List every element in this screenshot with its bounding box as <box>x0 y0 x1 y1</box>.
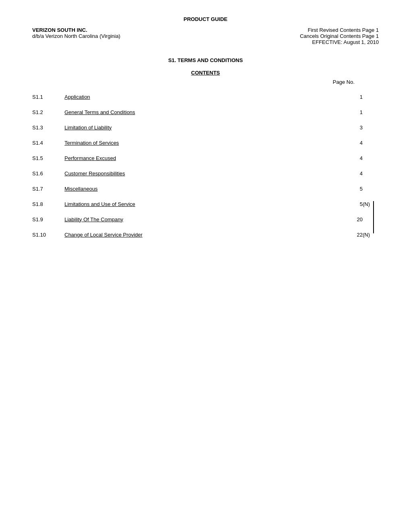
toc-page-num: 4 <box>330 135 363 150</box>
toc-note <box>363 104 379 120</box>
toc-note <box>363 181 379 196</box>
toc-row: S1.5Performance Excused4 <box>32 150 379 166</box>
toc-row: S1.3Limitation of Liability3 <box>32 120 379 135</box>
header-right-line1: First Revised Contents Page 1 <box>300 27 379 33</box>
section-title: S1. TERMS AND CONDITIONS <box>32 57 379 63</box>
header-right: First Revised Contents Page 1 Cancels Or… <box>300 27 379 45</box>
toc-section-num: S1.7 <box>32 181 64 196</box>
toc-row: S1.10Change of Local Service Provider22(… <box>32 227 379 242</box>
toc-page-num: 1 <box>330 89 363 104</box>
toc-note <box>363 89 379 104</box>
toc-row: S1.1Application1 <box>32 89 379 104</box>
toc-section-num: S1.6 <box>32 166 64 181</box>
toc-page-num: 4 <box>330 166 363 181</box>
toc-row: S1.7Miscellaneous5 <box>32 181 379 196</box>
toc-row: S1.2General Terms and Conditions1 <box>32 104 379 120</box>
toc-note <box>363 166 379 181</box>
toc-note <box>363 212 379 227</box>
toc-section-label[interactable]: Miscellaneous <box>64 181 330 196</box>
toc-note <box>363 120 379 135</box>
toc-page-num: 4 <box>330 150 363 166</box>
toc-section-label[interactable]: Termination of Services <box>64 135 330 150</box>
toc-note: (N) <box>363 196 379 212</box>
toc-section-label[interactable]: General Terms and Conditions <box>64 104 330 120</box>
toc-note: (N) <box>363 227 379 242</box>
toc-section-label[interactable]: Change of Local Service Provider <box>64 227 330 242</box>
toc-section-num: S1.1 <box>32 89 64 104</box>
toc-section-num: S1.2 <box>32 104 64 120</box>
company-name: VERIZON SOUTH INC. <box>32 27 120 33</box>
toc-row: S1.8Limitations and Use of Service5(N) <box>32 196 379 212</box>
toc-section-num: S1.5 <box>32 150 64 166</box>
toc-section-num: S1.4 <box>32 135 64 150</box>
toc-row: S1.4Termination of Services4 <box>32 135 379 150</box>
toc-page-num: 1 <box>330 104 363 120</box>
toc-row: S1.9Liability Of The Company20 <box>32 212 379 227</box>
toc-section-label[interactable]: Liability Of The Company <box>64 212 330 227</box>
page: PRODUCT GUIDE VERIZON SOUTH INC. d/b/a V… <box>0 0 411 532</box>
toc-section-label[interactable]: Limitations and Use of Service <box>64 196 330 212</box>
toc-section-label[interactable]: Limitation of Liability <box>64 120 330 135</box>
toc-note <box>363 150 379 166</box>
header-left: VERIZON SOUTH INC. d/b/a Verizon North C… <box>32 27 120 39</box>
toc-page-num: 20 <box>330 212 363 227</box>
toc-note <box>363 135 379 150</box>
toc-table: S1.1Application1S1.2General Terms and Co… <box>32 89 379 242</box>
toc-page-num: 3 <box>330 120 363 135</box>
toc-section-label[interactable]: Customer Responsibilities <box>64 166 330 181</box>
toc-page-num: 5 <box>330 196 363 212</box>
toc-page-num: 5 <box>330 181 363 196</box>
toc-section-label[interactable]: Application <box>64 89 330 104</box>
header-row: VERIZON SOUTH INC. d/b/a Verizon North C… <box>32 27 379 45</box>
toc-section-num: S1.10 <box>32 227 64 242</box>
contents-title: CONTENTS <box>32 70 379 76</box>
toc-section-label[interactable]: Performance Excused <box>64 150 330 166</box>
toc-page-num: 22 <box>330 227 363 242</box>
product-guide-title: PRODUCT GUIDE <box>32 16 379 22</box>
toc-section-num: S1.8 <box>32 196 64 212</box>
company-dba: d/b/a Verizon North Carolina (Virginia) <box>32 33 120 39</box>
toc-row: S1.6Customer Responsibilities4 <box>32 166 379 181</box>
header-right-line2: Cancels Original Contents Page 1 <box>300 33 379 39</box>
toc-section-num: S1.3 <box>32 120 64 135</box>
vertical-bar <box>373 201 374 233</box>
header-right-line3: EFFECTIVE: August 1, 2010 <box>300 39 379 45</box>
toc-section-num: S1.9 <box>32 212 64 227</box>
page-no-label: Page No. <box>333 79 355 85</box>
page-no-row: Page No. <box>32 79 379 85</box>
